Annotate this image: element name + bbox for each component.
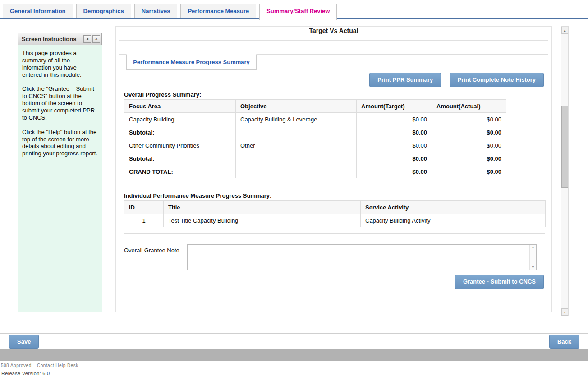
tab-performance-measure-progress-summary[interactable]: Performance Measure Progress Summary: [126, 54, 257, 70]
summary-main-panel: Target Vs Actual Performance Measure Pro…: [115, 26, 552, 312]
table-header-row: Focus Area Objective Amount(Target) Amou…: [124, 100, 506, 113]
col-header-amount-target: Amount(Target): [357, 100, 432, 113]
col-header-objective: Objective: [236, 100, 357, 113]
tab-narratives[interactable]: Narratives: [134, 4, 178, 18]
cell-amount-target: $0.00: [357, 126, 432, 139]
table-row-subtotal: Subtotal: $0.00 $0.00: [124, 126, 506, 139]
action-bar: Save Back: [0, 333, 588, 349]
close-icon[interactable]: ✕: [92, 35, 100, 43]
cell-objective: Capacity Building & Leverage: [236, 113, 357, 126]
tab-demographics[interactable]: Demographics: [76, 4, 131, 18]
scroll-down-icon[interactable]: ▼: [561, 308, 568, 316]
instruction-paragraph: This page provides a summary of all the …: [22, 50, 97, 78]
footer-gray-bar: [0, 349, 588, 361]
overall-grantee-note-input[interactable]: [188, 245, 529, 270]
col-header-focus-area: Focus Area: [124, 100, 236, 113]
cell-service-activity: Capacity Building Activity: [361, 214, 546, 227]
table-row: Other Community Priorities Other $0.00 $…: [124, 139, 506, 152]
cell-id: 1: [124, 214, 164, 227]
target-vs-actual-label: Target Vs Actual: [309, 27, 358, 34]
cell-amount-target: $0.00: [357, 139, 432, 152]
link-contact-help-desk[interactable]: Contact Help Desk: [37, 363, 78, 368]
release-version: Release Version: 6.0: [1, 371, 50, 376]
screen-instructions-title: Screen Instructions: [18, 36, 83, 42]
cell-focus-area: Subtotal:: [124, 126, 236, 139]
scroll-up-icon[interactable]: ▲: [532, 245, 535, 250]
app-screen: General Information Demographics Narrati…: [0, 0, 588, 377]
individual-summary-label: Individual Performance Measure Progress …: [124, 192, 271, 199]
screen-instructions-body: This page provides a summary of all the …: [18, 45, 102, 312]
scrollbar-thumb[interactable]: [561, 106, 568, 188]
divider: [124, 233, 545, 234]
individual-summary-table: ID Title Service Activity 1 Test Title C…: [124, 200, 546, 227]
tab-performance-measure[interactable]: Performance Measure: [180, 4, 256, 18]
print-complete-note-history-button[interactable]: Print Complete Note History: [450, 73, 544, 87]
divider: [124, 186, 545, 186]
cell-amount-target: $0.00: [357, 152, 432, 165]
overall-progress-summary-table: Focus Area Objective Amount(Target) Amou…: [124, 99, 506, 178]
cell-focus-area: Subtotal:: [124, 152, 236, 165]
col-header-id: ID: [124, 201, 164, 214]
target-vs-actual-heading: Target Vs Actual: [119, 27, 548, 41]
save-button[interactable]: Save: [9, 335, 39, 349]
table-row: Capacity Building Capacity Building & Le…: [124, 113, 506, 126]
instruction-paragraph: Click the "Grantee – Submit to CNCS" but…: [22, 85, 97, 121]
scroll-up-icon[interactable]: ▲: [561, 27, 568, 34]
tab-summary-staff-review[interactable]: Summary/Staff Review: [259, 4, 337, 20]
back-button[interactable]: Back: [549, 335, 579, 349]
page-container: Screen Instructions ◄ ✕ This page provid…: [8, 25, 580, 333]
cell-title: Test Title Capacity Building: [164, 214, 361, 227]
cell-objective: [236, 152, 357, 165]
vertical-scrollbar[interactable]: ▲ ▼: [561, 26, 569, 316]
cell-objective: Other: [236, 139, 357, 152]
cell-amount-actual: $0.00: [432, 165, 506, 178]
overall-progress-summary-label: Overall Progress Summary:: [124, 91, 201, 98]
cell-focus-area: Other Community Priorities: [124, 139, 236, 152]
overall-grantee-note-field: ▲ ▼: [187, 244, 537, 270]
overall-grantee-note-label: Overall Grantee Note: [124, 247, 179, 254]
cell-focus-area: Capacity Building: [124, 113, 236, 126]
footer-links: 508 Approved Contact Help Desk: [1, 363, 83, 368]
cell-objective: [236, 165, 357, 178]
table-row-subtotal: Subtotal: $0.00 $0.00: [124, 152, 506, 165]
note-scrollbar[interactable]: ▲ ▼: [529, 245, 536, 270]
table-row: 1 Test Title Capacity Building Capacity …: [124, 214, 546, 227]
col-header-service-activity: Service Activity: [361, 201, 546, 214]
scroll-down-icon[interactable]: ▼: [532, 265, 535, 270]
divider: [124, 298, 545, 298]
cell-focus-area: GRAND TOTAL:: [124, 165, 236, 178]
grantee-submit-to-cncs-button[interactable]: Grantee - Submit to CNCS: [455, 275, 544, 289]
cell-amount-actual: $0.00: [432, 126, 506, 139]
cell-amount-target: $0.00: [357, 165, 432, 178]
instruction-paragraph: Click the "Help" button at the top of th…: [22, 129, 97, 157]
table-row-grand-total: GRAND TOTAL: $0.00 $0.00: [124, 165, 506, 178]
cell-amount-actual: $0.00: [432, 139, 506, 152]
col-header-title: Title: [164, 201, 361, 214]
col-header-amount-actual: Amount(Actual): [432, 100, 506, 113]
print-ppr-summary-button[interactable]: Print PPR Summary: [369, 73, 441, 87]
module-tabbar: General Information Demographics Narrati…: [3, 4, 587, 20]
link-508-approved[interactable]: 508 Approved: [1, 363, 32, 368]
print-buttons-row: Print PPR Summary Print Complete Note Hi…: [363, 73, 544, 87]
table-header-row: ID Title Service Activity: [124, 201, 546, 214]
divider: [39, 334, 39, 349]
screen-instructions-header: Screen Instructions ◄ ✕: [18, 33, 102, 45]
cell-amount-target: $0.00: [357, 113, 432, 126]
collapse-left-icon[interactable]: ◄: [83, 35, 91, 43]
cell-amount-actual: $0.00: [432, 152, 506, 165]
tab-general-information[interactable]: General Information: [3, 4, 73, 18]
cell-objective: [236, 126, 357, 139]
cell-amount-actual: $0.00: [432, 113, 506, 126]
